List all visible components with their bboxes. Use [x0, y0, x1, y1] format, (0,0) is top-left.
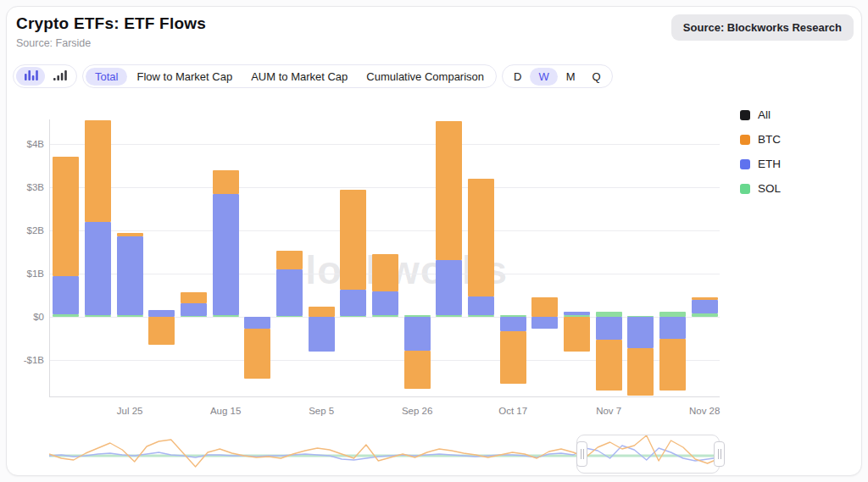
bar-segment-sol[interactable]	[181, 316, 207, 317]
bar-segment-sol[interactable]	[276, 316, 303, 317]
bar-segment-btc[interactable]	[148, 317, 175, 345]
bar-segment-btc[interactable]	[436, 121, 462, 260]
chart-plot-area: Blockworks $4B$3B$2B$1B$0-$1BJul 25Aug 1…	[49, 119, 720, 397]
period-tab-group: DWMQ	[502, 64, 613, 88]
x-axis-tick-label: Jul 25	[117, 406, 143, 416]
legend-swatch-all	[740, 110, 750, 120]
bar-segment-btc[interactable]	[276, 251, 303, 269]
page-title: Crypto ETFs: ETF Flows	[16, 14, 206, 33]
column-chart-icon-button[interactable]	[16, 67, 45, 86]
bar-segment-sol[interactable]	[468, 315, 494, 317]
bar-segment-eth[interactable]	[309, 317, 335, 352]
legend-item-all[interactable]: All	[740, 102, 781, 127]
data-source-label: Source: Farside	[16, 37, 91, 49]
bar-segment-eth[interactable]	[659, 317, 686, 339]
brush-selection[interactable]	[576, 435, 720, 474]
range-navigator[interactable]	[49, 433, 720, 476]
legend-item-eth[interactable]: ETH	[740, 152, 781, 176]
bar-segment-sol[interactable]	[692, 313, 718, 317]
bar-segment-eth[interactable]	[596, 317, 622, 340]
bar-segment-btc[interactable]	[468, 179, 494, 296]
ascending-bar-chart-icon-button[interactable]	[45, 67, 74, 86]
x-axis-tick-label: Nov 28	[689, 406, 720, 416]
bar-segment-sol[interactable]	[53, 314, 79, 317]
bar-segment-eth[interactable]	[531, 317, 558, 329]
column-chart-icon	[24, 69, 38, 85]
bar-segment-eth[interactable]	[85, 222, 111, 316]
ascending-bar-chart-icon	[53, 69, 67, 85]
period-tab-d[interactable]: D	[505, 68, 530, 86]
bar-segment-btc[interactable]	[404, 351, 431, 388]
x-axis-tick-label: Oct 17	[498, 406, 527, 416]
bar-segment-eth[interactable]	[468, 296, 494, 315]
x-axis-tick-label: Sep 26	[402, 406, 432, 416]
bar-segment-btc[interactable]	[85, 120, 111, 222]
chart-type-switcher	[13, 64, 77, 88]
chart-card: Crypto ETFs: ETF Flows Source: Farside S…	[6, 6, 862, 476]
bar-segment-btc[interactable]	[564, 317, 590, 352]
bar-segment-eth[interactable]	[148, 310, 175, 317]
legend-label: SOL	[758, 182, 781, 195]
view-tab-total[interactable]: Total	[86, 68, 127, 86]
bar-segment-btc[interactable]	[659, 339, 686, 391]
bar-segment-sol[interactable]	[213, 315, 239, 317]
bar-segment-sol[interactable]	[340, 316, 366, 317]
y-axis-tick-label: $3B	[10, 182, 44, 192]
bar-segment-btc[interactable]	[53, 157, 79, 275]
bar-segment-sol[interactable]	[85, 315, 111, 317]
gridline	[50, 144, 720, 145]
bar-segment-sol[interactable]	[436, 315, 462, 317]
bar-segment-btc[interactable]	[596, 340, 622, 391]
x-axis-tick-label: Sep 5	[309, 406, 334, 416]
brush-handle-right[interactable]	[714, 441, 725, 467]
bar-segment-sol[interactable]	[117, 315, 143, 317]
bar-segment-eth[interactable]	[372, 291, 398, 315]
bar-segment-btc[interactable]	[340, 190, 366, 290]
bar-segment-eth[interactable]	[181, 303, 207, 316]
period-tab-m[interactable]: M	[558, 68, 584, 86]
bar-segment-btc[interactable]	[692, 297, 718, 300]
bar-segment-eth[interactable]	[627, 317, 654, 348]
y-axis-tick-label: $0	[10, 312, 44, 322]
bar-segment-btc[interactable]	[500, 331, 526, 384]
bar-segment-eth[interactable]	[53, 276, 79, 315]
bar-segment-btc[interactable]	[531, 297, 558, 317]
x-axis-tick-label: Aug 15	[210, 406, 241, 416]
view-tab-flow-to-market-cap[interactable]: Flow to Market Cap	[127, 68, 242, 86]
legend-item-btc[interactable]: BTC	[740, 127, 781, 152]
legend-item-sol[interactable]: SOL	[740, 176, 781, 201]
bar-segment-eth[interactable]	[564, 312, 590, 315]
bar-segment-btc[interactable]	[181, 292, 207, 303]
y-axis-tick-label: $2B	[10, 225, 44, 235]
bar-segment-eth[interactable]	[500, 317, 526, 331]
bar-segment-btc[interactable]	[244, 329, 270, 379]
gridline	[50, 187, 720, 188]
bar-segment-eth[interactable]	[117, 236, 143, 316]
view-tab-aum-to-market-cap[interactable]: AUM to Market Cap	[242, 68, 357, 86]
period-tab-q[interactable]: Q	[584, 68, 609, 86]
legend-swatch-btc	[740, 135, 750, 145]
bar-segment-btc[interactable]	[372, 254, 398, 291]
view-tab-cumulative-comparison[interactable]: Cumulative Comparison	[357, 68, 493, 86]
period-tab-w[interactable]: W	[530, 68, 557, 86]
bar-segment-eth[interactable]	[276, 269, 303, 316]
bar-segment-btc[interactable]	[117, 233, 143, 236]
bar-segment-eth[interactable]	[436, 260, 462, 315]
bar-segment-eth[interactable]	[404, 317, 431, 351]
y-axis-tick-label: $4B	[10, 139, 44, 149]
legend-swatch-eth	[740, 159, 750, 169]
bar-segment-btc[interactable]	[627, 348, 654, 396]
bar-segment-eth[interactable]	[244, 317, 270, 329]
bar-segment-btc[interactable]	[309, 307, 335, 317]
bar-segment-btc[interactable]	[213, 170, 239, 194]
bar-segment-eth[interactable]	[340, 290, 366, 316]
bar-segment-sol[interactable]	[372, 315, 398, 317]
brush-handle-left[interactable]	[576, 441, 587, 467]
legend-label: ETH	[758, 158, 781, 170]
page: Crypto ETFs: ETF Flows Source: Farside S…	[0, 0, 868, 482]
legend-label: BTC	[758, 133, 781, 146]
source-attribution-button[interactable]: Source: Blockworks Research	[671, 14, 854, 41]
bar-segment-eth[interactable]	[692, 300, 718, 314]
legend-label: All	[758, 108, 771, 121]
bar-segment-eth[interactable]	[213, 194, 239, 315]
